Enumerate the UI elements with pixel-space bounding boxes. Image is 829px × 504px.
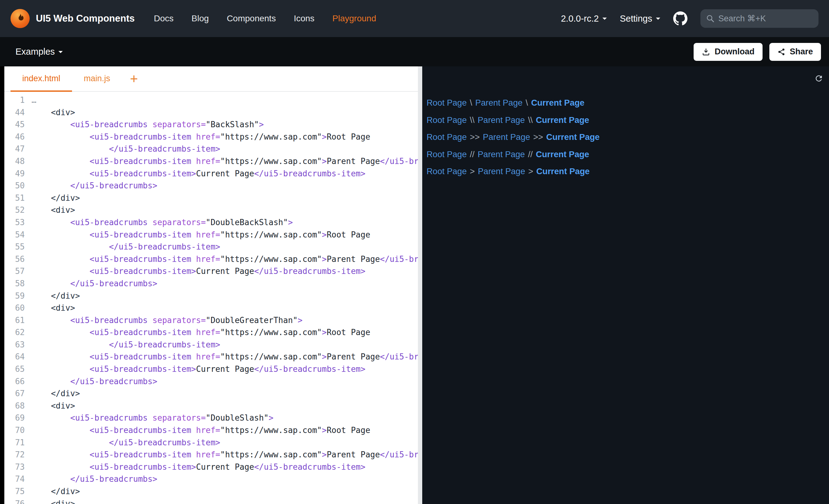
- code-line: 1…: [4, 94, 418, 107]
- breadcrumb-separator: \: [526, 98, 528, 108]
- breadcrumb-separator: \\: [528, 115, 533, 125]
- code-line: 47 </ui5-breadcrumbs-item>: [4, 143, 418, 155]
- code-line: 60 <div>: [4, 302, 418, 314]
- line-number: 70: [4, 424, 32, 437]
- code-text: <ui5-breadcrumbs-item href="https://www.…: [32, 449, 418, 461]
- breadcrumb-separator: \\: [470, 115, 474, 125]
- code-text: <ui5-breadcrumbs separators="DoubleSlash…: [32, 412, 274, 424]
- breadcrumb-link[interactable]: Parent Page: [477, 115, 525, 125]
- line-number: 63: [4, 339, 32, 351]
- code-text: <div>: [32, 498, 75, 504]
- line-number: 76: [4, 498, 32, 504]
- code-text: <ui5-breadcrumbs-item>Current Page</ui5-…: [32, 265, 365, 278]
- code-line: 71 </ui5-breadcrumbs-item>: [4, 437, 418, 449]
- code-line: 49 <ui5-breadcrumbs-item>Current Page</u…: [4, 168, 418, 180]
- code-text: …: [32, 94, 36, 107]
- breadcrumb-separator: >>: [533, 132, 543, 142]
- share-button[interactable]: Share: [769, 43, 821, 61]
- breadcrumb-current: Current Page: [536, 150, 589, 159]
- code-text: </ui5-breadcrumbs>: [32, 376, 157, 388]
- line-number: 61: [4, 314, 32, 327]
- github-icon: [673, 11, 687, 26]
- line-number: 75: [4, 486, 32, 498]
- line-number: 58: [4, 278, 32, 290]
- line-number: 52: [4, 204, 32, 217]
- code-text: <ui5-breadcrumbs-item>Current Page</ui5-…: [32, 363, 365, 376]
- examples-dropdown[interactable]: Examples: [15, 47, 63, 57]
- code-text: </div>: [32, 486, 80, 498]
- nav-item-icons[interactable]: Icons: [294, 13, 314, 24]
- code-text: <ui5-breadcrumbs-item href="https://www.…: [32, 351, 418, 363]
- breadcrumb-link[interactable]: Parent Page: [483, 132, 530, 142]
- code-text: </ui5-breadcrumbs>: [32, 473, 157, 486]
- preview-toolbar: [422, 66, 829, 92]
- code-lines[interactable]: 1…44 <div>45 <ui5-breadcrumbs separators…: [4, 92, 418, 504]
- code-line: 56 <ui5-breadcrumbs-item href="https://w…: [4, 253, 418, 266]
- nav-item-docs[interactable]: Docs: [154, 13, 174, 24]
- version-dropdown[interactable]: 2.0.0-rc.2: [561, 13, 607, 24]
- line-number: 71: [4, 437, 32, 449]
- add-tab-button[interactable]: +: [122, 66, 146, 91]
- breadcrumb-link[interactable]: Parent Page: [475, 98, 523, 108]
- nav-item-playground[interactable]: Playground: [332, 13, 376, 24]
- search-box[interactable]: [700, 9, 819, 28]
- breadcrumb-current: Current Page: [536, 166, 590, 176]
- line-number: 72: [4, 449, 32, 461]
- search-input[interactable]: [718, 14, 813, 24]
- panel-resize-handle[interactable]: [418, 66, 422, 504]
- breadcrumb-link[interactable]: Root Page: [427, 166, 467, 176]
- nav-item-components[interactable]: Components: [227, 13, 276, 24]
- line-number: 56: [4, 253, 32, 266]
- line-number: 66: [4, 376, 32, 388]
- breadcrumb-row: Root Page>>Parent Page>>Current Page: [427, 131, 829, 143]
- top-navbar: UI5 Web Components DocsBlogComponentsIco…: [0, 0, 829, 37]
- flame-icon: [14, 13, 26, 25]
- tab-index.html[interactable]: index.html: [10, 66, 72, 92]
- breadcrumb-link[interactable]: Root Page: [427, 115, 467, 125]
- code-line: 44 <div>: [4, 107, 418, 119]
- code-line: 59 </div>: [4, 290, 418, 302]
- line-number: 45: [4, 119, 32, 131]
- download-button[interactable]: Download: [694, 43, 762, 61]
- github-link[interactable]: [673, 11, 687, 26]
- main-nav: DocsBlogComponentsIconsPlayground: [154, 13, 376, 24]
- refresh-icon: [814, 74, 823, 83]
- code-text: <div>: [32, 204, 75, 217]
- breadcrumb-link[interactable]: Parent Page: [478, 166, 525, 176]
- breadcrumb-separator: >>: [470, 132, 480, 142]
- code-text: <ui5-breadcrumbs-item href="https://www.…: [32, 131, 370, 143]
- breadcrumb-link[interactable]: Root Page: [427, 132, 467, 142]
- code-line: 72 <ui5-breadcrumbs-item href="https://w…: [4, 449, 418, 461]
- code-line: 50 </ui5-breadcrumbs>: [4, 180, 418, 192]
- line-number: 57: [4, 265, 32, 278]
- code-text: </ui5-breadcrumbs-item>: [32, 143, 220, 155]
- line-number: 73: [4, 461, 32, 473]
- nav-item-blog[interactable]: Blog: [192, 13, 209, 24]
- breadcrumb-link[interactable]: Root Page: [427, 150, 467, 159]
- code-line: 68 <div>: [4, 400, 418, 412]
- breadcrumb-current: Current Page: [531, 98, 584, 108]
- preview-breadcrumbs: Root Page\Parent Page\Current PageRoot P…: [422, 92, 829, 178]
- line-number: 51: [4, 192, 32, 204]
- code-line: 74 </ui5-breadcrumbs>: [4, 473, 418, 486]
- tab-main.js[interactable]: main.js: [72, 66, 122, 92]
- breadcrumb-link[interactable]: Root Page: [427, 98, 467, 108]
- breadcrumb-separator: //: [528, 150, 533, 159]
- code-text: <ui5-breadcrumbs-item href="https://www.…: [32, 326, 370, 339]
- breadcrumb-separator: >: [470, 166, 475, 176]
- code-line: 51 </div>: [4, 192, 418, 204]
- editor-tabs: index.htmlmain.js+: [4, 66, 418, 92]
- breadcrumb-row: Root Page//Parent Page//Current Page: [427, 148, 829, 161]
- code-line: 75 </div>: [4, 486, 418, 498]
- code-line: 52 <div>: [4, 204, 418, 217]
- line-number: 53: [4, 217, 32, 229]
- code-line: 48 <ui5-breadcrumbs-item href="https://w…: [4, 155, 418, 168]
- chevron-down-icon: [59, 51, 63, 55]
- refresh-button[interactable]: [814, 74, 823, 84]
- chevron-down-icon: [656, 17, 660, 22]
- code-text: <div>: [32, 107, 75, 119]
- breadcrumb-link[interactable]: Parent Page: [477, 150, 525, 159]
- settings-dropdown[interactable]: Settings: [620, 13, 660, 24]
- code-text: <ui5-breadcrumbs separators="DoubleBackS…: [32, 217, 293, 229]
- code-text: <ui5-breadcrumbs-item href="https://www.…: [32, 229, 370, 241]
